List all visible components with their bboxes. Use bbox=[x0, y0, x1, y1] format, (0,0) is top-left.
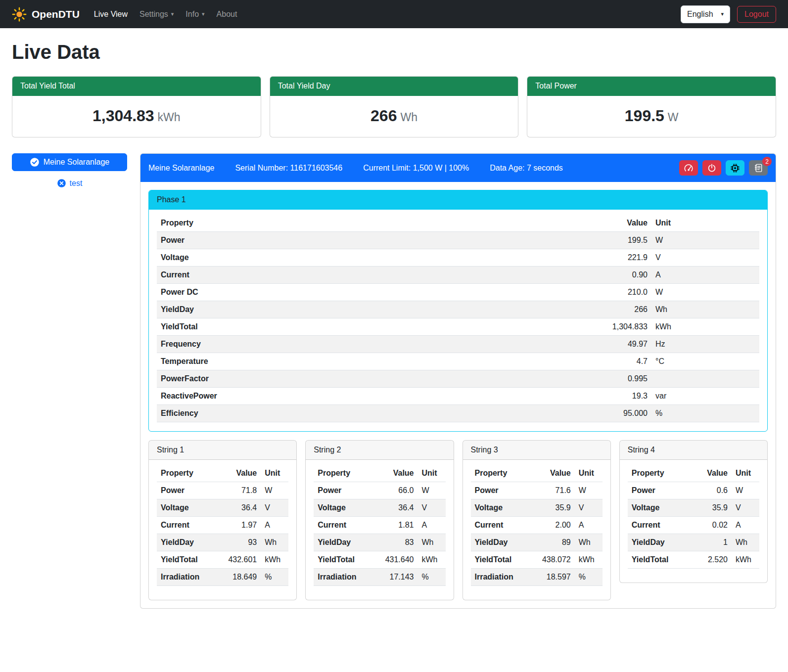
inverter-sidebar: Meine Solaranlage test bbox=[12, 153, 127, 188]
row-value: 4.7 bbox=[597, 353, 651, 370]
row-unit: W bbox=[418, 482, 446, 499]
row-property: Power bbox=[471, 482, 528, 499]
inverter-panel: Meine Solaranlage Serial Number: 1161716… bbox=[140, 153, 776, 609]
table-header-row: Property Value Unit bbox=[314, 465, 445, 482]
row-property: YieldTotal bbox=[157, 318, 597, 336]
power-icon bbox=[707, 164, 716, 173]
row-property: YieldDay bbox=[157, 534, 214, 551]
row-unit: V bbox=[261, 499, 288, 517]
top-navbar: OpenDTU Live View Settings ▾ Info ▾ Abou… bbox=[0, 0, 788, 28]
card-value: 266Wh bbox=[270, 96, 518, 137]
row-property: YieldTotal bbox=[471, 551, 528, 569]
table-row: Power199.5W bbox=[157, 232, 759, 249]
brand-link[interactable]: OpenDTU bbox=[12, 7, 80, 22]
row-value: 1.97 bbox=[214, 517, 261, 534]
nav-about[interactable]: About bbox=[211, 6, 243, 23]
nav-info[interactable]: Info ▾ bbox=[180, 6, 210, 23]
power-toggle-button[interactable] bbox=[702, 160, 721, 176]
table-row: YieldDay83Wh bbox=[314, 534, 445, 551]
inverter-button-test[interactable]: test bbox=[12, 179, 127, 188]
row-value: 2.520 bbox=[685, 551, 732, 569]
row-property: Irradiation bbox=[157, 569, 214, 586]
row-value: 17.143 bbox=[371, 569, 418, 586]
journal-icon bbox=[754, 163, 763, 173]
table-row: YieldTotal431.640kWh bbox=[314, 551, 445, 569]
row-property: Current bbox=[471, 517, 528, 534]
nav-live-view[interactable]: Live View bbox=[89, 6, 133, 23]
row-property: Voltage bbox=[314, 499, 371, 517]
phase-1-card: Phase 1 Property Value Unit P bbox=[148, 190, 768, 432]
string-1-table: Property Value Unit Power71.8WVoltage36.… bbox=[157, 465, 288, 586]
table-row: YieldTotal1,304.833kWh bbox=[157, 318, 759, 336]
row-property: Power DC bbox=[157, 284, 597, 301]
row-value: 95.000 bbox=[597, 405, 651, 422]
row-unit: V bbox=[651, 249, 759, 267]
limit-settings-button[interactable] bbox=[679, 160, 698, 176]
brand-name: OpenDTU bbox=[32, 8, 80, 20]
row-property: Power bbox=[628, 482, 685, 499]
event-count-badge: 2 bbox=[762, 157, 772, 166]
inverter-name: Meine Solaranlage bbox=[148, 164, 214, 173]
inverter-button-meine-solaranlage[interactable]: Meine Solaranlage bbox=[12, 153, 127, 171]
row-property: ReactivePower bbox=[157, 388, 597, 405]
string-card-title: String 4 bbox=[620, 441, 767, 460]
string-4-table: Property Value Unit Power0.6WVoltage35.9… bbox=[628, 465, 759, 569]
language-select[interactable]: English ▾ bbox=[681, 5, 730, 23]
total-yield-day-card: Total Yield Day 266Wh bbox=[270, 76, 519, 137]
row-unit: V bbox=[732, 499, 759, 517]
table-row: PowerFactor0.995 bbox=[157, 370, 759, 388]
column-value: Value bbox=[214, 465, 261, 482]
table-row: Voltage36.4V bbox=[157, 499, 288, 517]
check-circle-icon bbox=[30, 157, 40, 167]
table-row: Irradiation18.597% bbox=[471, 569, 603, 586]
table-row: YieldDay266Wh bbox=[157, 301, 759, 318]
table-row: Voltage36.4V bbox=[314, 499, 445, 517]
row-property: YieldDay bbox=[157, 301, 597, 318]
card-value: 1,304.83kWh bbox=[12, 96, 261, 137]
string-card-title: String 3 bbox=[463, 441, 610, 460]
row-unit: % bbox=[575, 569, 603, 586]
table-row: YieldDay89Wh bbox=[471, 534, 603, 551]
row-property: Temperature bbox=[157, 353, 597, 370]
table-row: Power66.0W bbox=[314, 482, 445, 499]
event-log-button[interactable]: 2 bbox=[749, 160, 768, 176]
row-unit: W bbox=[261, 482, 288, 499]
nav-settings[interactable]: Settings ▾ bbox=[134, 6, 179, 23]
summary-cards-row: Total Yield Total 1,304.83kWh Total Yiel… bbox=[12, 76, 776, 137]
row-property: Power bbox=[157, 232, 597, 249]
row-unit: Wh bbox=[651, 301, 759, 318]
unit: Wh bbox=[400, 111, 417, 124]
row-property: YieldTotal bbox=[314, 551, 371, 569]
row-value: 432.601 bbox=[214, 551, 261, 569]
column-property: Property bbox=[314, 465, 371, 482]
table-row: YieldDay1Wh bbox=[628, 534, 759, 551]
language-value: English bbox=[687, 10, 713, 19]
table-row: Current0.90A bbox=[157, 267, 759, 284]
column-value: Value bbox=[685, 465, 732, 482]
unit: kWh bbox=[158, 111, 181, 124]
row-property: YieldTotal bbox=[157, 551, 214, 569]
column-property: Property bbox=[628, 465, 685, 482]
inverter-label: Meine Solaranlage bbox=[44, 158, 109, 167]
navbar-right: English ▾ Logout bbox=[681, 5, 776, 23]
row-unit: % bbox=[651, 405, 759, 422]
row-unit: W bbox=[651, 284, 759, 301]
row-unit: A bbox=[418, 517, 446, 534]
card-value: 199.5W bbox=[527, 96, 776, 137]
table-header-row: Property Value Unit bbox=[628, 465, 759, 482]
row-unit: A bbox=[575, 517, 603, 534]
row-value: 93 bbox=[214, 534, 261, 551]
row-unit: var bbox=[651, 388, 759, 405]
row-property: Current bbox=[314, 517, 371, 534]
row-value: 431.640 bbox=[371, 551, 418, 569]
device-info-button[interactable] bbox=[726, 160, 744, 176]
table-header-row: Property Value Unit bbox=[471, 465, 603, 482]
logout-button[interactable]: Logout bbox=[737, 6, 776, 23]
row-unit: kWh bbox=[575, 551, 603, 569]
row-property: Voltage bbox=[157, 499, 214, 517]
column-value: Value bbox=[371, 465, 418, 482]
row-property: PowerFactor bbox=[157, 370, 597, 388]
row-value: 18.597 bbox=[528, 569, 575, 586]
row-value: 0.90 bbox=[597, 267, 651, 284]
row-value: 36.4 bbox=[214, 499, 261, 517]
